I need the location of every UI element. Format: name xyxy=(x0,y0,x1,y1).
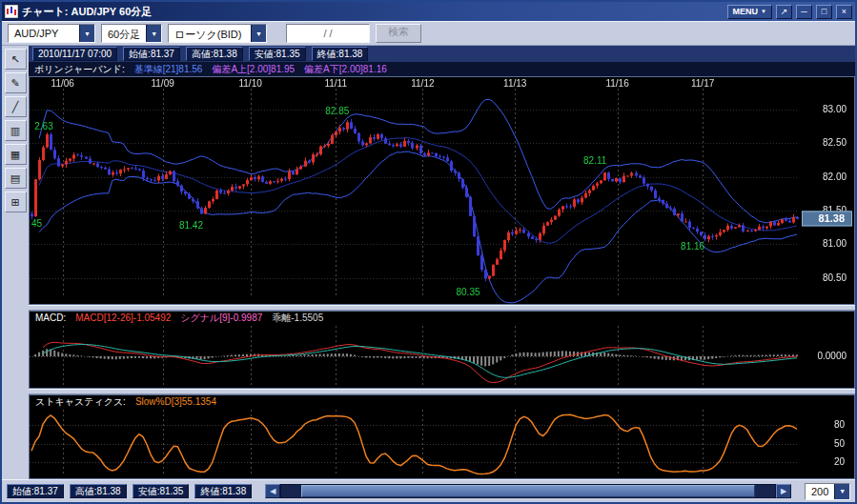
stoch-canvas[interactable] xyxy=(30,408,854,478)
bollinger-mid-value: 基準線[21]81.56 xyxy=(134,63,203,76)
pencil-icon: ✎ xyxy=(10,77,19,90)
titlebar: チャート: AUD/JPY 60分足 MENU ▼ ↗ ─ □ × xyxy=(2,2,855,21)
price-type-select-value: ローソク(BID) xyxy=(169,25,251,42)
chart-scrollbar: ◀ ▶ xyxy=(265,484,791,498)
macd-signal-value: シグナル[9]-0.9987 xyxy=(180,312,262,325)
select-tool-button[interactable]: ↖ xyxy=(5,49,27,70)
price-type-select[interactable]: ローソク(BID) ▼ xyxy=(168,24,267,43)
scrollbar-thumb[interactable] xyxy=(301,485,755,497)
trendline-icon: ╱ xyxy=(12,101,19,113)
stochastics-panel: ストキャスティクス: Slow%D[3]55.1354 xyxy=(29,394,855,479)
toolbar: AUD/JPY ▼ 60分足 ▼ ローソク(BID) ▼ / / 検索 xyxy=(2,21,855,46)
pencil-tool-button[interactable]: ✎ xyxy=(5,72,27,93)
chevron-down-icon: ▼ xyxy=(146,25,161,42)
print-icon: ▤ xyxy=(10,172,20,185)
menu-button[interactable]: MENU ▼ xyxy=(727,5,772,19)
scroll-left-icon: ◀ xyxy=(270,487,275,495)
app-icon xyxy=(5,5,18,18)
macd-panel: MACD: MACD[12-26]-1.05492 シグナル[9]-0.9987… xyxy=(29,311,855,389)
symbol-select[interactable]: AUD/JPY ▼ xyxy=(8,24,95,43)
status-bar: 始値:81.37 高値:81.38 安値:81.35 終値:81.38 ◀ ▶ … xyxy=(2,479,855,502)
print-tool-button[interactable]: ▤ xyxy=(5,168,27,189)
price-chart-panel xyxy=(29,76,855,305)
grid-tool-button[interactable]: ▦ xyxy=(5,144,27,165)
minimize-button[interactable]: ─ xyxy=(796,5,812,19)
content-area: ↖ ✎ ╱ ▥ ▦ ▤ ⊞ 2010/11/17 07:00 始値:81.37 … xyxy=(2,46,855,479)
status-open-value: 始値:81.37 xyxy=(7,484,64,498)
grid-icon: ▦ xyxy=(10,149,20,161)
ohlc-info-bar: 2010/11/17 07:00 始値:81.37 高値:81.38 安値:81… xyxy=(29,46,855,62)
macd-value: MACD[12-26]-1.05492 xyxy=(75,312,171,323)
chart-column: 2010/11/17 07:00 始値:81.37 高値:81.38 安値:81… xyxy=(29,46,855,479)
chevron-down-icon: ▼ xyxy=(251,25,266,42)
main-chart-canvas[interactable] xyxy=(30,77,854,304)
settings-tool-button[interactable]: ⊞ xyxy=(5,192,27,212)
macd-divergence-value: 乖離-1.5505 xyxy=(272,312,323,325)
candlestick-tool-button[interactable]: ▥ xyxy=(5,120,27,141)
scroll-right-icon: ▶ xyxy=(781,487,786,495)
status-high-value: 高値:81.38 xyxy=(70,484,127,498)
datetime-display: 2010/11/17 07:00 xyxy=(32,47,117,61)
bollinger-title: ボリンジャーバンド: xyxy=(34,63,125,76)
bollinger-info-bar: ボリンジャーバンド: 基準線[21]81.56 偏差A上[2.00]81.95 … xyxy=(29,62,855,76)
candlestick-icon: ▥ xyxy=(10,125,20,137)
chart-window: チャート: AUD/JPY 60分足 MENU ▼ ↗ ─ □ × AUD/JP… xyxy=(0,0,857,504)
scroll-left-button[interactable]: ◀ xyxy=(265,484,280,498)
stochastics-title: ストキャスティクス: xyxy=(35,395,126,409)
macd-title: MACD: xyxy=(35,312,66,323)
minimize-icon: ─ xyxy=(801,8,806,16)
stochastics-value: Slow%D[3]55.1354 xyxy=(135,396,216,407)
select-tool-icon: ↖ xyxy=(10,53,19,66)
status-low-value: 安値:81.35 xyxy=(133,484,190,498)
close-button[interactable]: × xyxy=(836,5,852,19)
timeframe-select-value: 60分足 xyxy=(102,25,146,42)
status-close-value: 終値:81.38 xyxy=(194,484,252,498)
popout-button[interactable]: ↗ xyxy=(776,5,792,19)
close-value: 終値:81.38 xyxy=(312,47,369,61)
macd-canvas[interactable] xyxy=(30,324,854,388)
bar-count-value: 200 xyxy=(806,484,834,499)
line-tool-button[interactable]: ╱ xyxy=(5,96,27,117)
macd-info-bar: MACD: MACD[12-26]-1.05492 シグナル[9]-0.9987… xyxy=(30,312,854,324)
scrollbar-track[interactable] xyxy=(280,484,776,498)
maximize-button[interactable]: □ xyxy=(816,5,832,19)
menu-button-label: MENU xyxy=(733,8,759,16)
close-icon: × xyxy=(842,8,847,16)
scroll-right-button[interactable]: ▶ xyxy=(776,484,791,498)
chevron-down-icon: ▼ xyxy=(79,25,94,42)
tool-sidebar: ↖ ✎ ╱ ▥ ▦ ▤ ⊞ xyxy=(2,46,29,479)
bollinger-lower-value: 偏差A下[2.00]81.16 xyxy=(304,63,387,76)
timeframe-select[interactable]: 60分足 ▼ xyxy=(101,24,162,43)
settings-icon: ⊞ xyxy=(10,196,19,209)
bollinger-upper-value: 偏差A上[2.00]81.95 xyxy=(212,63,295,76)
low-value: 安値:81.35 xyxy=(249,47,306,61)
popout-icon: ↗ xyxy=(781,8,788,16)
stochastics-info-bar: ストキャスティクス: Slow%D[3]55.1354 xyxy=(30,395,854,408)
window-title: チャート: AUD/JPY 60分足 xyxy=(22,5,152,19)
menu-arrow-icon: ▼ xyxy=(761,9,766,14)
date-input[interactable]: / / xyxy=(286,24,370,43)
open-value: 始値:81.37 xyxy=(123,47,180,61)
search-button[interactable]: 検索 xyxy=(376,24,421,43)
bar-count-select[interactable]: 200 ▼ xyxy=(805,483,850,500)
high-value: 高値:81.38 xyxy=(186,47,243,61)
maximize-icon: □ xyxy=(822,8,826,16)
chevron-down-icon: ▼ xyxy=(834,484,849,499)
symbol-select-value: AUD/JPY xyxy=(9,25,79,42)
